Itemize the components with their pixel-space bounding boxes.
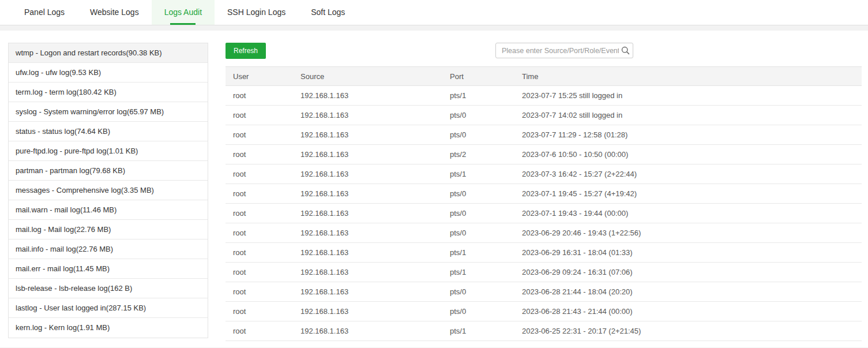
table-row: root192.168.1.163pts/12023-06-25 22:31 -… bbox=[226, 321, 862, 341]
tab-soft-logs[interactable]: Soft Logs bbox=[298, 0, 358, 25]
table-row: root192.168.1.163pts/12023-07-7 15:25 st… bbox=[226, 86, 862, 106]
cell-time: 2023-06-25 22:31 - 20:17 (2+21:45) bbox=[514, 321, 862, 341]
cell-port: pts/0 bbox=[442, 282, 514, 302]
tab-label: Panel Logs bbox=[24, 8, 65, 17]
cell-source: 192.168.1.163 bbox=[293, 223, 442, 243]
cell-port: pts/1 bbox=[442, 86, 514, 106]
cell-time: 2023-07-7 15:25 still logged in bbox=[514, 86, 862, 106]
cell-port: pts/0 bbox=[442, 106, 514, 125]
cell-source: 192.168.1.163 bbox=[293, 184, 442, 204]
log-file-item[interactable]: partman - partman log(79.68 KB) bbox=[9, 161, 208, 181]
cell-port: pts/1 bbox=[442, 164, 514, 184]
cell-user: root bbox=[226, 321, 293, 341]
cell-source: 192.168.1.163 bbox=[293, 243, 442, 263]
cell-time: 2023-06-29 20:46 - 19:43 (1+22:56) bbox=[514, 223, 862, 243]
table-body: root192.168.1.163pts/12023-07-7 15:25 st… bbox=[226, 86, 862, 341]
tab-logs-audit[interactable]: Logs Audit bbox=[152, 0, 215, 25]
table-row: root192.168.1.163pts/02023-07-7 11:29 - … bbox=[226, 125, 862, 145]
table-row: root192.168.1.163pts/02023-06-28 21:44 -… bbox=[226, 282, 862, 302]
search-icon[interactable] bbox=[621, 46, 630, 55]
log-file-item[interactable]: status - status log(74.64 KB) bbox=[9, 122, 208, 141]
cell-source: 192.168.1.163 bbox=[293, 321, 442, 341]
cell-user: root bbox=[226, 106, 293, 125]
cell-user: root bbox=[226, 184, 293, 204]
table-row: root192.168.1.163pts/02023-07-1 19:45 - … bbox=[226, 184, 862, 204]
search-box bbox=[495, 43, 633, 58]
tab-bar: Panel LogsWebsite LogsLogs AuditSSH Logi… bbox=[0, 0, 868, 25]
log-file-list: wtmp - Logon and restart records(90.38 K… bbox=[8, 43, 208, 338]
cell-user: root bbox=[226, 164, 293, 184]
table-row: root192.168.1.163pts/02023-06-28 21:43 -… bbox=[226, 302, 862, 321]
log-file-item[interactable]: mail.err - mail log(11.45 MB) bbox=[9, 259, 208, 279]
cell-user: root bbox=[226, 125, 293, 145]
log-file-item[interactable]: pure-ftpd.log - pure-ftpd log(1.01 KB) bbox=[9, 141, 208, 161]
cell-source: 192.168.1.163 bbox=[293, 164, 442, 184]
cell-time: 2023-07-1 19:45 - 15:27 (4+19:42) bbox=[514, 184, 862, 204]
log-file-item[interactable]: messages - Comprehensive log(3.35 MB) bbox=[9, 181, 208, 200]
logon-records-table: UserSourcePortTime root192.168.1.163pts/… bbox=[226, 66, 862, 341]
log-file-item[interactable]: kern.log - Kern log(1.91 MB) bbox=[9, 318, 208, 338]
cell-user: root bbox=[226, 204, 293, 223]
cell-user: root bbox=[226, 282, 293, 302]
tab-website-logs[interactable]: Website Logs bbox=[77, 0, 152, 25]
cell-source: 192.168.1.163 bbox=[293, 125, 442, 145]
cell-time: 2023-07-1 19:43 - 19:44 (00:00) bbox=[514, 204, 862, 223]
log-file-item[interactable]: ufw.log - ufw log(9.53 KB) bbox=[9, 63, 208, 83]
tab-label: Soft Logs bbox=[311, 8, 345, 17]
cell-port: pts/1 bbox=[442, 263, 514, 282]
log-file-item[interactable]: mail.warn - mail log(11.46 MB) bbox=[9, 200, 208, 220]
table-row: root192.168.1.163pts/02023-07-7 14:02 st… bbox=[226, 106, 862, 125]
cell-time: 2023-06-29 09:24 - 16:31 (07:06) bbox=[514, 263, 862, 282]
content-panel: wtmp - Logon and restart records(90.38 K… bbox=[0, 31, 868, 347]
cell-time: 2023-07-7 14:02 still logged in bbox=[514, 106, 862, 125]
cell-user: root bbox=[226, 302, 293, 321]
cell-port: pts/2 bbox=[442, 145, 514, 164]
log-file-item[interactable]: wtmp - Logon and restart records(90.38 K… bbox=[9, 43, 208, 63]
tab-panel-logs[interactable]: Panel Logs bbox=[12, 0, 77, 25]
cell-user: root bbox=[226, 243, 293, 263]
log-file-item[interactable]: lastlog - User last logged in(287.15 KB) bbox=[9, 298, 208, 318]
cell-time: 2023-06-29 16:31 - 18:04 (01:33) bbox=[514, 243, 862, 263]
cell-source: 192.168.1.163 bbox=[293, 204, 442, 223]
cell-port: pts/0 bbox=[442, 204, 514, 223]
cell-port: pts/1 bbox=[442, 321, 514, 341]
column-header-time: Time bbox=[514, 67, 862, 86]
column-header-port: Port bbox=[442, 67, 514, 86]
cell-time: 2023-06-28 21:44 - 18:04 (20:20) bbox=[514, 282, 862, 302]
table-row: root192.168.1.163pts/02023-06-29 20:46 -… bbox=[226, 223, 862, 243]
table-row: root192.168.1.163pts/12023-07-3 16:42 - … bbox=[226, 164, 862, 184]
cell-source: 192.168.1.163 bbox=[293, 145, 442, 164]
log-file-item[interactable]: mail.log - Mail log(22.76 MB) bbox=[9, 220, 208, 240]
main-area: Refresh UserSourcePortTime bbox=[226, 43, 862, 341]
cell-source: 192.168.1.163 bbox=[293, 106, 442, 125]
tab-label: Website Logs bbox=[90, 8, 139, 17]
table-row: root192.168.1.163pts/12023-06-29 09:24 -… bbox=[226, 263, 862, 282]
log-file-item[interactable]: syslog - System warning/error log(65.97 … bbox=[9, 102, 208, 122]
cell-source: 192.168.1.163 bbox=[293, 302, 442, 321]
cell-port: pts/1 bbox=[442, 243, 514, 263]
cell-time: 2023-07-7 11:29 - 12:58 (01:28) bbox=[514, 125, 862, 145]
table-row: root192.168.1.163pts/22023-07-6 10:50 - … bbox=[226, 145, 862, 164]
active-tab-indicator bbox=[170, 23, 196, 25]
cell-port: pts/0 bbox=[442, 223, 514, 243]
cell-source: 192.168.1.163 bbox=[293, 282, 442, 302]
cell-user: root bbox=[226, 263, 293, 282]
cell-user: root bbox=[226, 145, 293, 164]
tab-ssh-login-logs[interactable]: SSH Login Logs bbox=[215, 0, 298, 25]
tab-label: Logs Audit bbox=[164, 8, 202, 17]
cell-user: root bbox=[226, 86, 293, 106]
log-file-item[interactable]: mail.info - mail log(22.76 MB) bbox=[9, 240, 208, 259]
cell-source: 192.168.1.163 bbox=[293, 263, 442, 282]
cell-time: 2023-07-3 16:42 - 15:27 (2+22:44) bbox=[514, 164, 862, 184]
log-file-item[interactable]: term.log - term log(180.42 KB) bbox=[9, 83, 208, 102]
cell-time: 2023-06-28 21:43 - 21:44 (00:00) bbox=[514, 302, 862, 321]
cell-source: 192.168.1.163 bbox=[293, 86, 442, 106]
cell-port: pts/0 bbox=[442, 302, 514, 321]
log-file-item[interactable]: lsb-release - lsb-release log(162 B) bbox=[9, 279, 208, 298]
refresh-button[interactable]: Refresh bbox=[226, 43, 266, 59]
table-row: root192.168.1.163pts/02023-07-1 19:43 - … bbox=[226, 204, 862, 223]
cell-user: root bbox=[226, 223, 293, 243]
table-header-row: UserSourcePortTime bbox=[226, 67, 862, 86]
table-row: root192.168.1.163pts/12023-06-29 16:31 -… bbox=[226, 243, 862, 263]
search-input[interactable] bbox=[495, 43, 633, 58]
